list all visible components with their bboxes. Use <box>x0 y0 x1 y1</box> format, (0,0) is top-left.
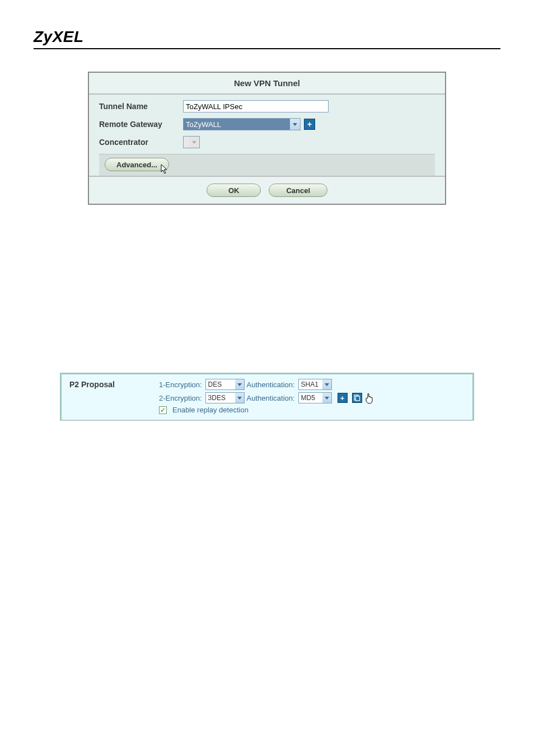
add-proposal-icon[interactable]: + <box>338 393 348 403</box>
ok-button-label: OK <box>228 186 240 195</box>
remote-gateway-value: ToZyWALL <box>184 119 290 130</box>
p2-row-1: 1-Encryption: DES Authentication: SHA1 <box>159 379 465 390</box>
p2-row1-auth-value: SHA1 <box>299 381 322 388</box>
cursor-hand-icon <box>364 392 374 403</box>
p2-proposal-panel: P2 Proposal 1-Encryption: DES Authentica… <box>60 373 474 421</box>
ok-button[interactable]: OK <box>207 184 261 197</box>
remote-gateway-select[interactable]: ToZyWALL <box>183 118 301 130</box>
new-vpn-tunnel-dialog: New VPN Tunnel Tunnel Name Remote Gatewa… <box>88 72 446 205</box>
tunnel-name-label: Tunnel Name <box>99 102 183 111</box>
p2-row2-enc-select[interactable]: 3DES <box>205 392 245 403</box>
p2-row-2: 2-Encryption: 3DES Authentication: MD5 + <box>159 392 465 403</box>
dialog-title: New VPN Tunnel <box>89 73 445 95</box>
remove-glyph-icon <box>354 395 360 401</box>
advanced-button[interactable]: Advanced... <box>105 158 169 171</box>
svg-rect-1 <box>355 396 359 401</box>
p2-row1-enc-value: DES <box>206 381 235 388</box>
p2-row2-auth-value: MD5 <box>299 394 322 402</box>
brand-logo: ZyXEL <box>34 28 84 45</box>
dialog-footer: OK Cancel <box>89 176 445 204</box>
add-remote-gateway-icon[interactable]: + <box>304 119 315 130</box>
advanced-button-label: Advanced... <box>116 161 157 169</box>
p2-proposal-label: P2 Proposal <box>69 379 159 416</box>
cancel-button[interactable]: Cancel <box>269 184 327 197</box>
remote-gateway-label: Remote Gateway <box>99 120 183 129</box>
p2-row1-auth-select[interactable]: SHA1 <box>298 379 332 390</box>
remove-proposal-icon[interactable] <box>352 393 362 403</box>
chevron-down-icon <box>322 379 331 389</box>
p2-row2-enc-label: 2-Encryption: <box>159 394 202 402</box>
p2-row2-auth-select[interactable]: MD5 <box>298 392 332 403</box>
p2-row2-auth-label: Authentication: <box>247 394 295 402</box>
check-mark-icon: ✓ <box>160 407 166 414</box>
concentrator-label: Concentrator <box>99 138 183 147</box>
chevron-down-icon <box>322 393 331 403</box>
p2-row1-enc-select[interactable]: DES <box>205 379 245 390</box>
p2-row1-enc-label: 1-Encryption: <box>159 381 202 389</box>
chevron-down-icon <box>290 119 300 130</box>
chevron-down-icon <box>235 379 244 389</box>
concentrator-value <box>184 137 189 148</box>
p2-checkbox-row: ✓ Enable replay detection <box>159 406 465 414</box>
cursor-arrow-icon <box>161 164 170 174</box>
p2-row2-enc-value: 3DES <box>206 394 235 402</box>
row-concentrator: Concentrator <box>99 136 435 148</box>
p2-row1-auth-label: Authentication: <box>247 381 295 389</box>
row-remote-gateway: Remote Gateway ToZyWALL + <box>99 118 435 130</box>
dialog-body: Tunnel Name Remote Gateway ToZyWALL + Co… <box>89 95 445 176</box>
header-bar: ZyXEL <box>34 28 500 49</box>
chevron-down-icon <box>189 137 199 148</box>
chevron-down-icon <box>235 393 244 403</box>
cancel-button-label: Cancel <box>286 186 310 195</box>
row-tunnel-name: Tunnel Name <box>99 100 435 112</box>
p2-proposal-body: 1-Encryption: DES Authentication: SHA1 2… <box>159 379 465 416</box>
replay-detection-checkbox[interactable]: ✓ <box>159 406 167 414</box>
concentrator-select <box>183 136 200 148</box>
advanced-row: Advanced... <box>99 154 435 176</box>
replay-detection-label: Enable replay detection <box>172 406 249 414</box>
tunnel-name-input[interactable] <box>183 100 329 112</box>
